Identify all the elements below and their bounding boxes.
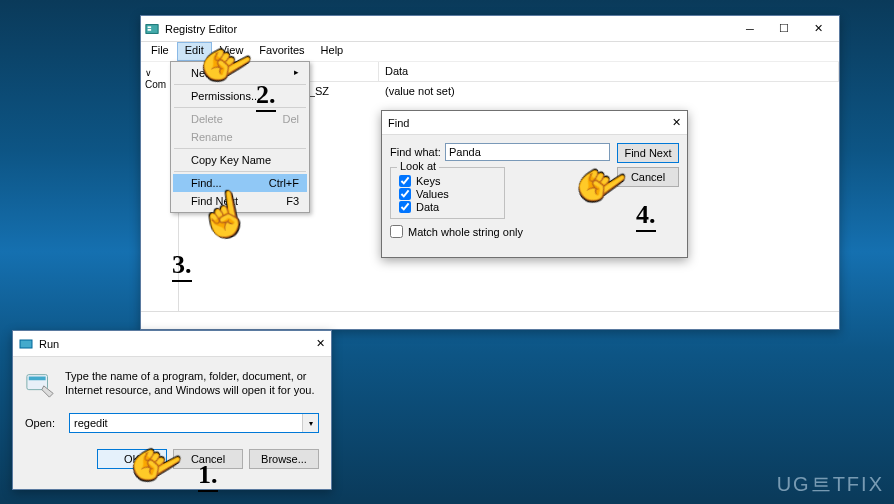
menu-find[interactable]: Find...Ctrl+F	[173, 174, 307, 192]
menu-find-next[interactable]: Find NextF3	[173, 192, 307, 210]
svg-rect-3	[20, 340, 32, 348]
regedit-icon	[145, 22, 159, 36]
status-bar	[141, 311, 839, 329]
open-input[interactable]	[70, 414, 302, 432]
run-app-icon	[25, 369, 55, 399]
menu-help[interactable]: Help	[313, 42, 352, 61]
browse-button[interactable]: Browse...	[249, 449, 319, 469]
minimize-button[interactable]: ─	[733, 18, 767, 40]
find-close-button[interactable]: ✕	[672, 116, 681, 129]
find-title: Find	[388, 117, 672, 129]
svg-rect-5	[29, 377, 46, 381]
menu-view[interactable]: View	[212, 42, 252, 61]
maximize-button[interactable]: ☐	[767, 18, 801, 40]
menu-delete: DeleteDel	[173, 110, 307, 128]
look-at-label: Look at	[397, 160, 439, 172]
val-data: (value not set)	[379, 84, 839, 98]
chevron-down-icon[interactable]: ▾	[302, 414, 318, 432]
menu-favorites[interactable]: Favorites	[251, 42, 312, 61]
edit-dropdown: New▸ Permissions... DeleteDel Rename Cop…	[170, 61, 310, 213]
menu-copy-key[interactable]: Copy Key Name	[173, 151, 307, 169]
find-what-label: Find what:	[390, 146, 445, 158]
titlebar: Registry Editor ─ ☐ ✕	[141, 16, 839, 42]
run-cancel-button[interactable]: Cancel	[173, 449, 243, 469]
run-dialog: Run ✕ Type the name of a program, folder…	[12, 330, 332, 490]
svg-rect-2	[148, 29, 152, 31]
keys-checkbox[interactable]	[399, 175, 411, 187]
ok-button[interactable]: OK	[97, 449, 167, 469]
menu-edit[interactable]: Edit	[177, 42, 212, 61]
window-title: Registry Editor	[165, 23, 733, 35]
menubar: File Edit View Favorites Help	[141, 42, 839, 62]
find-cancel-button[interactable]: Cancel	[617, 167, 679, 187]
run-close-button[interactable]: ✕	[316, 337, 325, 350]
run-icon-small	[19, 337, 33, 351]
menu-permissions[interactable]: Permissions...	[173, 87, 307, 105]
svg-rect-1	[148, 26, 152, 28]
col-data[interactable]: Data	[379, 62, 839, 81]
menu-new[interactable]: New▸	[173, 64, 307, 82]
find-dialog: Find ✕ Find what: Look at Keys Values Da…	[381, 110, 688, 258]
values-checkbox[interactable]	[399, 188, 411, 200]
menu-rename: Rename	[173, 128, 307, 146]
data-checkbox[interactable]	[399, 201, 411, 213]
run-description: Type the name of a program, folder, docu…	[65, 369, 319, 399]
open-combobox[interactable]: ▾	[69, 413, 319, 433]
match-whole-checkbox[interactable]	[390, 225, 403, 238]
open-label: Open:	[25, 417, 61, 429]
menu-file[interactable]: File	[143, 42, 177, 61]
close-button[interactable]: ✕	[801, 18, 835, 40]
look-at-group: Look at Keys Values Data	[390, 167, 505, 219]
tree-root[interactable]: Com	[145, 79, 166, 90]
watermark: UG트TFIX	[777, 471, 884, 498]
find-next-button[interactable]: Find Next	[617, 143, 679, 163]
run-title: Run	[39, 338, 316, 350]
find-what-input[interactable]	[445, 143, 610, 161]
